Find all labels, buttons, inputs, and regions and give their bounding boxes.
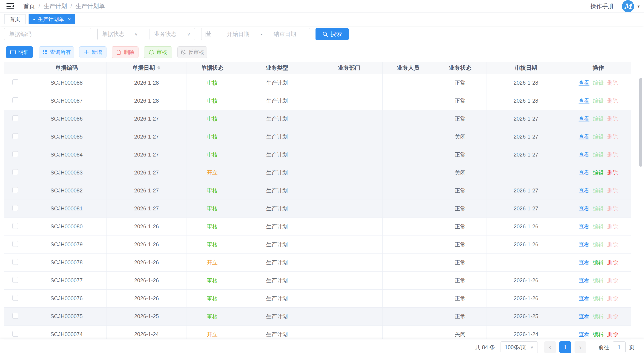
delete-button[interactable]: 删除 <box>112 46 138 58</box>
row-checkbox[interactable] <box>12 295 18 301</box>
date-range-picker[interactable]: 开始日期 - 结束日期 <box>201 28 310 40</box>
delete-link[interactable]: 删除 <box>607 295 618 301</box>
delete-link[interactable]: 删除 <box>607 224 618 230</box>
doc-code-cell: SCJH000080 <box>26 218 106 236</box>
delete-link[interactable]: 删除 <box>607 116 618 122</box>
view-link[interactable]: 查看 <box>579 331 590 337</box>
page-number-1[interactable]: 1 <box>560 341 571 353</box>
edit-link[interactable]: 编辑 <box>593 331 604 337</box>
query-all-button[interactable]: 查询所有 <box>39 46 74 58</box>
close-icon[interactable]: × <box>68 16 71 22</box>
add-button[interactable]: 新增 <box>79 46 106 58</box>
edit-link[interactable]: 编辑 <box>593 277 604 283</box>
prev-page-button[interactable]: ‹ <box>544 341 556 353</box>
edit-link[interactable]: 编辑 <box>593 188 604 194</box>
row-checkbox[interactable] <box>12 313 18 319</box>
row-checkbox[interactable] <box>12 277 18 283</box>
edit-link[interactable]: 编辑 <box>593 313 604 319</box>
edit-link[interactable]: 编辑 <box>593 224 604 230</box>
sort-caret-icon[interactable] <box>157 65 160 72</box>
view-link[interactable]: 查看 <box>579 98 590 104</box>
delete-link[interactable]: 删除 <box>607 98 618 104</box>
view-link[interactable]: 查看 <box>579 188 590 194</box>
unaudit-button[interactable]: 反审核 <box>178 46 207 58</box>
row-checkbox[interactable] <box>12 205 18 211</box>
next-page-button[interactable]: › <box>574 341 586 353</box>
row-checkbox[interactable] <box>12 133 18 139</box>
view-link[interactable]: 查看 <box>579 80 590 86</box>
row-checkbox[interactable] <box>12 259 18 265</box>
row-checkbox[interactable] <box>12 187 18 193</box>
delete-link[interactable]: 删除 <box>607 80 618 86</box>
biz-status-select[interactable]: 业务状态 ∨ <box>150 28 195 40</box>
tab-production-plan-order[interactable]: ● 生产计划单 × <box>28 14 75 24</box>
avatar[interactable]: M <box>622 0 634 12</box>
audit-date-cell <box>486 164 566 182</box>
add-button-label: 新增 <box>92 49 102 56</box>
edit-link[interactable]: 编辑 <box>593 152 604 158</box>
delete-link[interactable]: 删除 <box>607 241 618 248</box>
row-checkbox[interactable] <box>12 115 18 121</box>
view-link[interactable]: 查看 <box>579 134 590 140</box>
view-link[interactable]: 查看 <box>579 116 590 122</box>
edit-link[interactable]: 编辑 <box>593 206 604 212</box>
edit-link[interactable]: 编辑 <box>593 241 604 248</box>
delete-link[interactable]: 删除 <box>607 152 618 158</box>
view-link[interactable]: 查看 <box>579 277 590 283</box>
edit-link[interactable]: 编辑 <box>593 295 604 301</box>
search-button[interactable]: 搜索 <box>316 28 348 40</box>
breadcrumb-production-plan[interactable]: 生产计划 <box>44 2 67 10</box>
edit-link[interactable]: 编辑 <box>593 259 604 266</box>
view-link[interactable]: 查看 <box>579 259 590 266</box>
view-link[interactable]: 查看 <box>579 295 590 301</box>
biz-type-cell: 生产计划 <box>238 74 316 92</box>
row-checkbox[interactable] <box>12 331 18 337</box>
delete-link[interactable]: 删除 <box>607 134 618 140</box>
tab-home[interactable]: 首页 <box>4 14 26 24</box>
delete-link[interactable]: 删除 <box>607 206 618 212</box>
biz-dept-cell <box>316 164 382 182</box>
delete-link[interactable]: 删除 <box>607 170 618 176</box>
row-checkbox[interactable] <box>12 151 18 157</box>
edit-link[interactable]: 编辑 <box>593 116 604 122</box>
delete-link[interactable]: 删除 <box>607 259 618 266</box>
doc-status-badge: 审核 <box>207 116 218 122</box>
view-link[interactable]: 查看 <box>579 224 590 230</box>
audit-button[interactable]: 审核 <box>144 46 172 58</box>
breadcrumb-home[interactable]: 首页 <box>23 2 35 10</box>
view-link[interactable]: 查看 <box>579 313 590 319</box>
vertical-scrollbar[interactable] <box>639 78 642 167</box>
page-size-select[interactable]: 100条/页 ∨ <box>500 341 538 353</box>
row-checkbox[interactable] <box>12 79 18 85</box>
delete-link[interactable]: 删除 <box>607 331 618 337</box>
view-link[interactable]: 查看 <box>579 206 590 212</box>
row-checkbox[interactable] <box>12 169 18 175</box>
edit-link[interactable]: 编辑 <box>593 80 604 86</box>
menu-fold-icon[interactable] <box>6 2 16 10</box>
table-row: SCJH0000882026-1-28审核生产计划正常2026-1-28查看编辑… <box>4 74 631 92</box>
doc-code-input[interactable]: 单据编码 <box>4 28 91 40</box>
view-link[interactable]: 查看 <box>579 170 590 176</box>
edit-link[interactable]: 编辑 <box>593 98 604 104</box>
goto-page-input[interactable] <box>612 341 626 353</box>
row-checkbox-cell <box>4 254 26 272</box>
chevron-down-icon[interactable]: ▾ <box>638 4 640 9</box>
edit-link[interactable]: 编辑 <box>593 134 604 140</box>
start-date-placeholder[interactable]: 开始日期 <box>217 30 259 38</box>
detail-button-label: 明细 <box>18 49 29 56</box>
delete-link[interactable]: 删除 <box>607 313 618 319</box>
view-link[interactable]: 查看 <box>579 152 590 158</box>
manual-link[interactable]: 操作手册 <box>590 2 614 10</box>
delete-link[interactable]: 删除 <box>607 277 618 283</box>
end-date-placeholder[interactable]: 结束日期 <box>264 30 306 38</box>
row-checkbox[interactable] <box>12 223 18 229</box>
detail-button[interactable]: 明细 <box>6 46 33 58</box>
doc-status-select[interactable]: 单据状态 ∨ <box>98 28 142 40</box>
view-link[interactable]: 查看 <box>579 241 590 248</box>
header-doc-date[interactable]: 单据日期 <box>106 62 186 74</box>
row-checkbox-cell <box>4 308 26 325</box>
row-checkbox[interactable] <box>12 97 18 103</box>
edit-link[interactable]: 编辑 <box>593 170 604 176</box>
delete-link[interactable]: 删除 <box>607 188 618 194</box>
row-checkbox[interactable] <box>12 241 18 247</box>
